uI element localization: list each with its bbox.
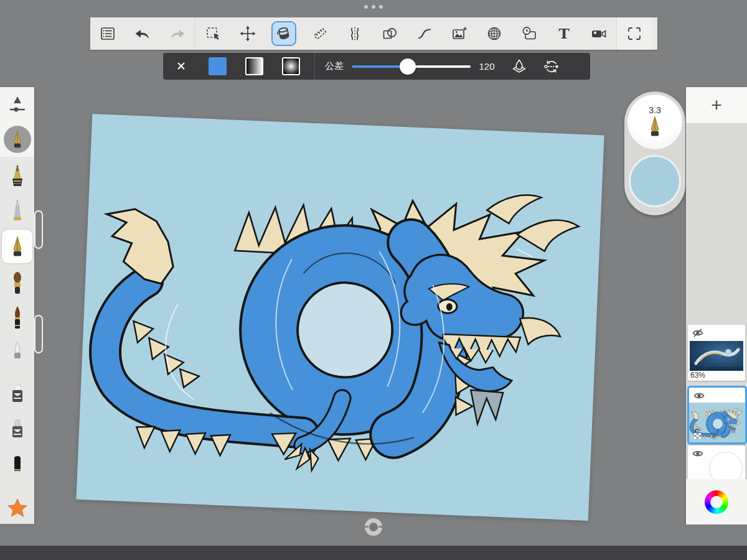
brush-smudge[interactable] (0, 336, 34, 370)
brush-settings-icon (8, 95, 27, 117)
import-image-button[interactable] (442, 17, 477, 50)
eraser-icon (8, 452, 27, 477)
brush-pencil[interactable] (0, 194, 34, 228)
multitask-handle-icon (364, 5, 383, 9)
tolerance-value: 120 (471, 61, 503, 72)
cycle-dots-icon (542, 58, 561, 75)
svg-text:T: T (558, 25, 569, 42)
eye-visible-icon[interactable] (692, 448, 704, 459)
fountain-pen-icon (9, 235, 26, 258)
sidebar-drag-handle[interactable] (34, 210, 43, 249)
brush-favorites[interactable] (0, 492, 34, 525)
layer-opacity-value: 63% (690, 371, 705, 380)
brush-pointed[interactable] (0, 301, 34, 335)
layer-reference-photo[interactable]: 63% (688, 325, 745, 381)
star-icon (7, 498, 28, 519)
smudge-tool-icon (8, 340, 27, 365)
layer-dragon-sketch-selected[interactable] (687, 386, 747, 444)
import-image-icon (451, 25, 468, 42)
color-wheel-button[interactable] (705, 490, 728, 514)
layer-thumbnail (690, 341, 743, 371)
chisel-marker-icon (8, 382, 27, 407)
fill-tool-selected-chip (271, 21, 296, 46)
eye-visible-icon[interactable] (693, 390, 705, 401)
slider-thumb[interactable] (400, 58, 416, 75)
brush-fountain-pen-selected[interactable] (2, 230, 32, 263)
brush-size-value: 3.3 (649, 105, 660, 115)
text-icon: T (555, 25, 573, 42)
ruler-icon (311, 25, 329, 42)
perspective-icon (486, 25, 503, 42)
text-tool-button[interactable]: T (547, 17, 581, 50)
tolerance-slider[interactable] (352, 58, 471, 75)
symmetry-icon (346, 25, 364, 42)
fountain-pen-icon (647, 115, 663, 138)
brush-color-puck: 3.3 (624, 91, 685, 215)
menu-icon (99, 25, 116, 42)
tolerance-label: 公差 (325, 60, 344, 72)
rotate-canvas-icon (369, 523, 378, 531)
brush-chisel-marker-2[interactable] (0, 413, 34, 447)
brush-sidebar-header (0, 87, 34, 157)
drawing-canvas[interactable] (76, 114, 604, 521)
undo-icon (133, 25, 152, 42)
video-record-button[interactable] (581, 17, 616, 50)
solid-fill-swatch[interactable] (209, 57, 227, 75)
droplet-layers-icon (510, 58, 528, 75)
brush-size-puck[interactable]: 3.3 (627, 95, 682, 149)
time-lapse-icon (520, 25, 538, 42)
pointed-brush-icon (8, 306, 27, 330)
fullscreen-icon (626, 25, 643, 42)
reset-rotation-button[interactable] (365, 518, 382, 536)
linear-gradient-swatch[interactable] (245, 57, 263, 75)
transform-tool-button[interactable] (230, 17, 265, 50)
shapes-tool-button[interactable] (372, 17, 407, 50)
stroke-tool-button[interactable] (407, 17, 442, 50)
brush-round[interactable] (0, 266, 34, 300)
fill-tool-button[interactable] (265, 17, 303, 50)
dragon-artwork (76, 114, 604, 521)
video-camera-icon (590, 25, 608, 42)
round-brush-icon (8, 271, 27, 296)
selection-icon (204, 25, 222, 42)
undo-button[interactable] (125, 17, 160, 50)
symmetry-tool-button[interactable] (337, 17, 372, 50)
color-section (686, 479, 747, 525)
options-separator (314, 53, 315, 80)
shapes-icon (381, 25, 398, 42)
add-layer-button[interactable]: + (686, 87, 747, 124)
sidebar-drag-handle[interactable] (34, 315, 43, 353)
fullscreen-button[interactable] (617, 17, 652, 50)
sample-cycle-button[interactable] (535, 58, 568, 75)
perspective-tool-button[interactable] (477, 17, 512, 50)
chisel-marker-icon (8, 418, 27, 442)
pencil-icon (8, 198, 27, 223)
current-brush-puck[interactable] (4, 126, 31, 153)
redo-icon (168, 25, 187, 42)
redo-button[interactable] (160, 17, 195, 50)
fill-options-bar: ✕ 公差 120 (163, 53, 590, 80)
brush-airbrush[interactable] (0, 161, 34, 194)
time-lapse-button[interactable] (512, 17, 547, 50)
brush-eraser[interactable] (0, 448, 34, 482)
layers-panel: + 63% (686, 87, 747, 525)
fill-bucket-icon (275, 24, 293, 43)
flood-all-layers-button[interactable] (503, 58, 535, 75)
current-color-puck[interactable] (629, 155, 681, 207)
close-fill-options-button[interactable]: ✕ (163, 59, 199, 73)
transform-icon (239, 25, 256, 42)
brush-chisel-marker[interactable] (0, 378, 34, 411)
ruler-tool-button[interactable] (303, 17, 337, 50)
stroke-curve-icon (416, 25, 433, 42)
selection-tool-button[interactable] (195, 17, 230, 50)
main-toolbar: T (90, 17, 657, 50)
radial-gradient-swatch[interactable] (282, 57, 300, 75)
brush-settings-button[interactable] (8, 95, 27, 119)
menu-button[interactable] (90, 17, 125, 50)
bottom-bar (0, 546, 747, 560)
brush-sidebar (0, 87, 34, 524)
transparency-lock-icon[interactable] (692, 427, 703, 441)
fountain-pen-icon (11, 130, 24, 149)
airbrush-icon (8, 165, 27, 190)
eye-hidden-icon[interactable] (692, 327, 704, 338)
